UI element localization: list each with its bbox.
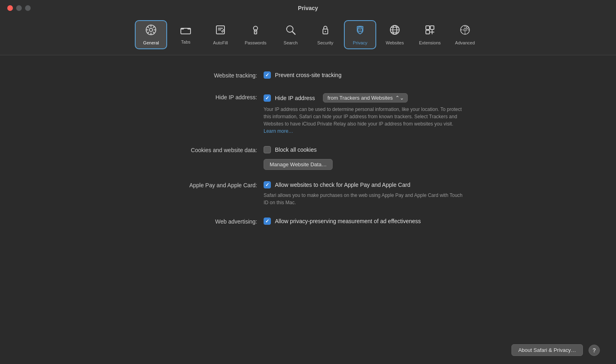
svg-rect-29	[430, 26, 434, 29]
svg-point-1	[149, 28, 153, 31]
security-icon	[320, 24, 331, 38]
svg-point-37	[466, 27, 468, 29]
tab-general[interactable]: General	[135, 20, 167, 49]
titlebar: Privacy	[0, 0, 616, 16]
svg-line-8	[153, 27, 155, 28]
svg-point-32	[464, 29, 466, 31]
tab-advanced[interactable]: Advanced	[449, 21, 481, 48]
web-advertising-content: Allow privacy-preserving measurement of …	[264, 218, 465, 228]
tab-extensions[interactable]: Extensions	[413, 21, 446, 48]
general-icon	[145, 24, 157, 38]
dropdown-arrow-icon: ⌃⌄	[395, 95, 404, 101]
traffic-lights	[7, 5, 31, 11]
cookies-label: Cookies and website data:	[151, 146, 264, 153]
tab-search-label: Search	[284, 40, 298, 45]
tab-general-label: General	[143, 40, 159, 45]
tab-autofill[interactable]: AutoFill	[204, 21, 237, 48]
toolbar: General Tabs AutoFill	[0, 16, 616, 55]
main-content: Website tracking: Prevent cross-site tra…	[126, 55, 490, 255]
ip-scope-dropdown[interactable]: from Trackers and Websites ⌃⌄	[323, 93, 408, 103]
tab-security-label: Security	[317, 40, 333, 45]
tab-privacy-label: Privacy	[353, 40, 367, 45]
advanced-icon	[459, 24, 471, 38]
tab-tabs[interactable]: Tabs	[170, 22, 202, 48]
tab-security[interactable]: Security	[309, 21, 342, 48]
minimize-button[interactable]	[16, 5, 22, 11]
passwords-icon	[250, 24, 261, 38]
cookies-content: Block all cookies Manage Website Data…	[264, 146, 465, 170]
tab-passwords-label: Passwords	[245, 40, 266, 45]
apple-pay-description: Safari allows you to make purchases on t…	[264, 192, 465, 206]
apple-pay-row: Apple Pay and Apple Card: Allow websites…	[151, 181, 465, 206]
hide-ip-description: Your IP address can be used to determine…	[264, 106, 465, 135]
privacy-icon	[354, 24, 366, 38]
website-tracking-label: Website tracking:	[151, 71, 264, 79]
tab-advanced-label: Advanced	[455, 40, 475, 45]
tab-websites[interactable]: Websites	[379, 21, 411, 48]
websites-icon	[389, 24, 400, 38]
apple-pay-checkbox-label: Allow websites to check for Apple Pay an…	[275, 182, 410, 188]
svg-point-20	[325, 31, 326, 32]
svg-point-22	[359, 29, 360, 31]
apple-pay-checkbox-row: Allow websites to check for Apple Pay an…	[264, 181, 465, 188]
maximize-button[interactable]	[25, 5, 31, 11]
tab-autofill-label: AutoFill	[213, 40, 228, 45]
hide-ip-checkbox-row: Hide IP address from Trackers and Websit…	[264, 93, 465, 103]
apple-pay-label: Apple Pay and Apple Card:	[151, 181, 264, 188]
autofill-icon	[215, 24, 226, 38]
ip-scope-value: from Trackers and Websites	[327, 95, 393, 101]
tabs-icon	[180, 25, 191, 38]
hide-ip-checkbox-label: Hide IP address	[275, 95, 315, 101]
window-title: Privacy	[298, 5, 318, 11]
cookies-row: Cookies and website data: Block all cook…	[151, 146, 465, 170]
close-button[interactable]	[7, 5, 13, 11]
hide-ip-checkbox[interactable]	[264, 94, 271, 102]
search-icon	[285, 24, 296, 38]
website-tracking-checkbox[interactable]	[264, 71, 271, 79]
hide-ip-label: Hide IP address:	[151, 93, 264, 100]
website-tracking-checkbox-row: Prevent cross-site tracking	[264, 71, 465, 79]
website-tracking-content: Prevent cross-site tracking	[264, 71, 465, 82]
tab-websites-label: Websites	[386, 40, 404, 45]
cookies-checkbox[interactable]	[264, 146, 271, 153]
web-advertising-checkbox-label: Allow privacy-preserving measurement of …	[275, 218, 421, 224]
website-tracking-row: Website tracking: Prevent cross-site tra…	[151, 71, 465, 82]
web-advertising-label: Web advertising:	[151, 218, 264, 225]
help-button[interactable]: ?	[589, 345, 600, 356]
tab-passwords[interactable]: Passwords	[239, 21, 272, 48]
tab-extensions-label: Extensions	[419, 40, 441, 45]
cookies-checkbox-row: Block all cookies	[264, 146, 465, 153]
svg-line-9	[148, 32, 149, 33]
apple-pay-content: Allow websites to check for Apple Pay an…	[264, 181, 465, 206]
web-advertising-checkbox[interactable]	[264, 218, 271, 225]
svg-line-6	[148, 27, 149, 28]
web-advertising-row: Web advertising: Allow privacy-preservin…	[151, 218, 465, 228]
hide-ip-content: Hide IP address from Trackers and Websit…	[264, 93, 465, 135]
tab-search[interactable]: Search	[274, 21, 307, 48]
svg-line-18	[292, 31, 295, 34]
hide-ip-row: Hide IP address: Hide IP address from Tr…	[151, 93, 465, 135]
cookies-checkbox-label: Block all cookies	[275, 146, 317, 153]
tab-tabs-label: Tabs	[181, 40, 191, 44]
apple-pay-checkbox[interactable]	[264, 181, 271, 188]
svg-line-7	[153, 32, 155, 33]
extensions-icon	[424, 24, 436, 38]
tab-privacy[interactable]: Privacy	[344, 20, 376, 49]
svg-rect-30	[426, 30, 430, 34]
svg-rect-28	[426, 26, 430, 29]
learn-more-link[interactable]: Learn more…	[264, 128, 293, 134]
bottom-bar: About Safari & Privacy… ?	[511, 344, 600, 356]
manage-website-data-button[interactable]: Manage Website Data…	[264, 159, 333, 170]
about-safari-privacy-button[interactable]: About Safari & Privacy…	[511, 344, 583, 356]
web-advertising-checkbox-row: Allow privacy-preserving measurement of …	[264, 218, 465, 225]
website-tracking-checkbox-label: Prevent cross-site tracking	[275, 72, 342, 78]
